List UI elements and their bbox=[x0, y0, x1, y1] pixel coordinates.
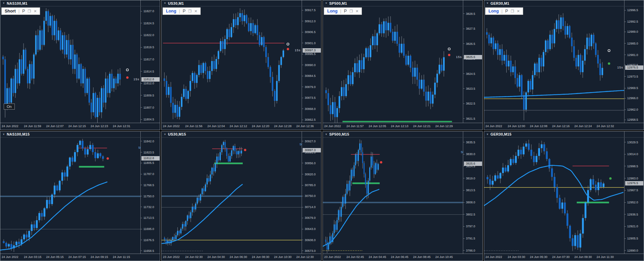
time-axis-label: 24 Jun 10:45 bbox=[435, 255, 453, 259]
ea-status-badge[interactable]: On bbox=[4, 104, 15, 110]
candle-body bbox=[588, 38, 590, 47]
collapse-icon[interactable]: ▼ bbox=[486, 133, 489, 136]
price-tick-label: 12952.0 bbox=[624, 201, 638, 204]
axis-tick-mark bbox=[463, 154, 465, 154]
chart-plot[interactable]: 50 bbox=[323, 132, 463, 254]
time-axis[interactable]: 23 Jun 202224 Jun 02:4524 Jun 04:4524 Ju… bbox=[323, 254, 482, 261]
collapse-icon[interactable]: ▼ bbox=[486, 2, 489, 5]
price-axis[interactable]: 11827.011824.511822.011819.511817.011814… bbox=[140, 0, 160, 123]
chart-window-us30-m1[interactable]: ▼ US30,M1 Long | P ❐ ✕ 15s 30917.530912.… bbox=[161, 0, 321, 130]
close-widget-icon[interactable]: ✕ bbox=[517, 9, 520, 13]
collapse-icon[interactable]: ▼ bbox=[325, 133, 328, 136]
candle-body bbox=[64, 35, 65, 54]
price-axis[interactable]: 3835.53830.03824.53819.03813.53808.03802… bbox=[463, 132, 482, 254]
popout-icon[interactable]: ❐ bbox=[188, 9, 192, 13]
candlestick-canvas[interactable] bbox=[162, 0, 302, 123]
pending-button[interactable]: P bbox=[22, 9, 25, 13]
price-tick-label: 11817.0 bbox=[141, 58, 154, 61]
trade-widget[interactable]: Long | P ❐ ✕ bbox=[163, 7, 201, 15]
candle-body bbox=[179, 107, 180, 117]
close-widget-icon[interactable]: ✕ bbox=[34, 9, 37, 13]
collapse-icon[interactable]: ▼ bbox=[2, 2, 5, 5]
time-axis[interactable]: 24 Jun 202224 Jun 03:3024 Jun 05:3024 Ju… bbox=[484, 254, 644, 261]
axis-tick-mark bbox=[141, 11, 142, 11]
time-axis[interactable]: 24 Jun 202224 Jun 12:0024 Jun 12:0824 Ju… bbox=[484, 123, 644, 130]
candle-body bbox=[270, 67, 271, 77]
candle-body bbox=[183, 89, 185, 97]
chart-plot[interactable]: 15s bbox=[484, 0, 624, 123]
price-tick-label: 3827.5 bbox=[463, 27, 475, 30]
chart-plot[interactable]: 15s bbox=[162, 0, 302, 123]
pending-button[interactable]: P bbox=[183, 9, 185, 13]
candlestick-canvas[interactable] bbox=[323, 0, 463, 123]
time-axis[interactable]: 24 Jun 202224 Jun 11:5724 Jun 12:0524 Ju… bbox=[323, 123, 482, 130]
price-axis[interactable]: 13029.513014.012998.512983.012967.512952… bbox=[624, 132, 644, 254]
popout-icon[interactable]: ❐ bbox=[349, 9, 353, 13]
price-axis[interactable]: 12996.512992.512989.012985.012981.012977… bbox=[624, 0, 644, 123]
collapse-icon[interactable]: ▼ bbox=[164, 133, 166, 136]
candle-body bbox=[10, 244, 12, 248]
axis-tick-mark bbox=[302, 218, 303, 218]
chart-window-sp500-m15[interactable]: ▼ SP500,M15 50 3835.53830.03824.53819.03… bbox=[323, 131, 483, 261]
candle-body bbox=[584, 202, 586, 218]
chart-window-ger30-m1[interactable]: ▼ GER30,M1 Long | P ❐ ✕ 15s 12996.512992… bbox=[484, 0, 644, 130]
candle-body bbox=[8, 244, 9, 246]
close-widget-icon[interactable]: ✕ bbox=[194, 9, 197, 13]
candle-body bbox=[355, 154, 356, 165]
candlestick-canvas[interactable] bbox=[323, 132, 463, 254]
collapse-icon[interactable]: ▼ bbox=[2, 133, 5, 136]
candle-body bbox=[113, 79, 114, 88]
time-axis[interactable]: 23 Jun 202224 Jun 02:3024 Jun 04:3024 Ju… bbox=[162, 254, 321, 261]
axis-tick-mark bbox=[302, 21, 303, 21]
candlestick-canvas[interactable] bbox=[0, 132, 141, 254]
signal-dot-red bbox=[126, 77, 129, 79]
candle-body bbox=[100, 153, 101, 156]
candle-body bbox=[363, 57, 365, 69]
price-axis[interactable]: 30927.030891.030856.030820.030785.030750… bbox=[302, 132, 321, 254]
chart-window-ger30-m15[interactable]: ▼ GER30,M15 13029.513014.012998.512983.0… bbox=[484, 131, 644, 261]
collapse-icon[interactable]: ▼ bbox=[164, 2, 166, 5]
candlestick-canvas[interactable] bbox=[484, 0, 624, 123]
popout-icon[interactable]: ❐ bbox=[511, 9, 514, 13]
candle-body bbox=[489, 179, 491, 184]
time-axis-label: 24 Jun 12:21 bbox=[413, 124, 431, 128]
trade-widget[interactable]: Long | P ❐ ✕ bbox=[324, 7, 362, 15]
candlestick-canvas[interactable] bbox=[484, 132, 624, 254]
collapse-icon[interactable]: ▼ bbox=[325, 2, 328, 5]
price-axis[interactable]: 3828.53827.53826.53825.53824.53823.53822… bbox=[463, 0, 482, 123]
chart-plot[interactable]: 50 bbox=[0, 132, 141, 254]
chart-window-sp500-m1[interactable]: ▼ SP500,M1 Long | P ❐ ✕ 15s 3828.53827.5… bbox=[323, 0, 483, 130]
chart-window-nas100-m15[interactable]: ▼ NAS100,M15 50 11842.011823.511805.5117… bbox=[0, 131, 160, 261]
candle-body bbox=[582, 61, 584, 72]
price-axis[interactable]: 30917.530912.030906.530901.030895.530890… bbox=[302, 0, 321, 123]
pending-button[interactable]: P bbox=[344, 9, 347, 13]
chart-plot[interactable]: 50 bbox=[162, 132, 302, 254]
candle-body bbox=[350, 75, 351, 84]
candle-body bbox=[541, 58, 542, 66]
candle-body bbox=[595, 44, 597, 55]
candlestick-canvas[interactable] bbox=[0, 0, 141, 123]
axis-tick-mark bbox=[302, 98, 303, 98]
trade-widget[interactable]: Long | P ❐ ✕ bbox=[485, 7, 523, 15]
trade-widget[interactable]: Short | P ❐ ✕ bbox=[1, 7, 40, 15]
close-widget-icon[interactable]: ✕ bbox=[355, 9, 359, 13]
chart-plot[interactable]: 15sOn bbox=[0, 0, 141, 123]
time-axis[interactable]: 24 Jun 202224 Jun 11:5624 Jun 12:0424 Ju… bbox=[162, 123, 321, 130]
candle-body bbox=[239, 13, 241, 17]
time-axis[interactable]: 24 Jun 202224 Jun 03:1524 Jun 05:1524 Ju… bbox=[0, 254, 160, 261]
popout-icon[interactable]: ❐ bbox=[28, 9, 31, 13]
chart-window-nas100-m1[interactable]: ▼ NAS100,M1 Short | P ❐ ✕ 15sOn 11827.01… bbox=[0, 0, 160, 130]
candle-body bbox=[510, 159, 512, 165]
candlestick-canvas[interactable] bbox=[162, 132, 302, 254]
candle-body bbox=[185, 221, 187, 227]
price-axis[interactable]: 11842.011823.511805.511787.011768.511750… bbox=[140, 132, 160, 254]
chart-plot[interactable]: 15s bbox=[323, 0, 463, 123]
time-axis-label: 24 Jun 11:56 bbox=[185, 124, 202, 128]
ma-period-label: 50 bbox=[138, 146, 141, 149]
chart-window-us30-m15[interactable]: ▼ US30,M15 50 30927.030891.030856.030820… bbox=[161, 131, 321, 261]
chart-plot[interactable] bbox=[484, 132, 624, 254]
time-axis[interactable]: 24 Jun 202224 Jun 11:5924 Jun 12:0724 Ju… bbox=[0, 123, 160, 130]
price-tick-label: 12905.5 bbox=[624, 237, 638, 240]
pending-button[interactable]: P bbox=[505, 9, 508, 13]
candle-body bbox=[410, 56, 411, 68]
